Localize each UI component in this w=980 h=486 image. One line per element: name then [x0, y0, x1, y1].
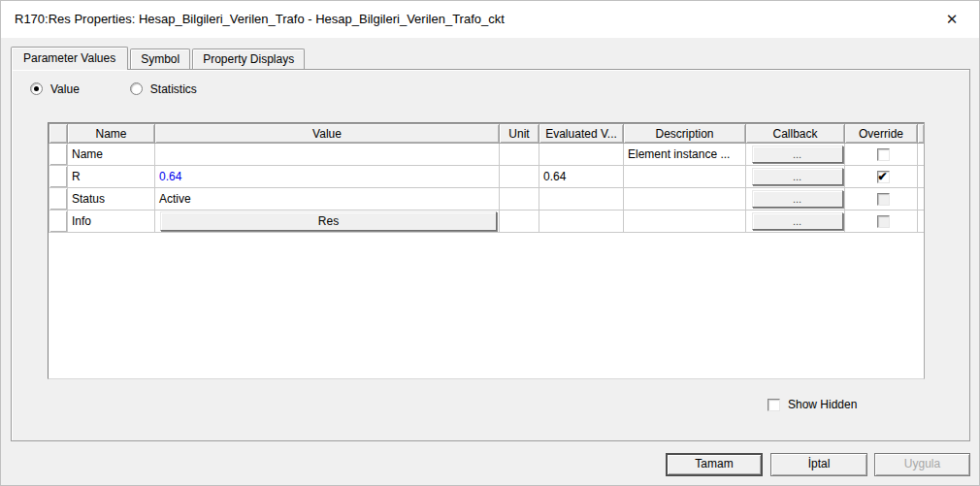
table-row-status: Status Active ...: [49, 188, 925, 211]
value-cell[interactable]: [155, 144, 500, 166]
tamam-ok-button[interactable]: Tamam: [666, 453, 763, 476]
show-hidden-label: Show Hidden: [788, 398, 857, 411]
name-cell[interactable]: Name: [68, 144, 155, 166]
value-cell[interactable]: 0.64: [155, 166, 500, 188]
filler-cell: [918, 188, 925, 211]
callback-cell: ...: [746, 211, 845, 233]
parameter-table: Name Value Unit Evaluated V... Descripti…: [49, 123, 925, 233]
iptal-cancel-button[interactable]: İptal: [770, 453, 867, 476]
description-cell: [624, 211, 746, 233]
radio-statistics[interactable]: Statistics: [130, 81, 197, 96]
tab-parameter-values[interactable]: Parameter Values: [11, 47, 128, 70]
table-row-info: Info Res ...: [49, 211, 925, 233]
evaluated-cell: [539, 144, 624, 166]
name-cell[interactable]: Info: [68, 211, 155, 233]
name-cell[interactable]: Status: [68, 188, 155, 211]
table-row-r: R 0.64 0.64 ...: [49, 166, 925, 188]
radio-label: Value: [50, 81, 80, 96]
callback-button[interactable]: ...: [752, 146, 843, 163]
col-header-callback[interactable]: Callback: [746, 124, 845, 144]
col-header-override[interactable]: Override: [845, 124, 918, 144]
titlebar: R170:Res Properties: Hesap_Bilgileri_Ver…: [1, 1, 979, 38]
evaluated-cell: 0.64: [539, 166, 624, 188]
filler-header-cell: [918, 124, 925, 144]
evaluated-cell: [539, 188, 624, 211]
uygula-apply-button: Uygula: [874, 453, 970, 476]
value-cell: Res: [155, 211, 500, 233]
callback-button[interactable]: ...: [752, 168, 843, 185]
override-checkbox[interactable]: [877, 148, 890, 161]
callback-cell: ...: [746, 144, 845, 166]
unit-cell: [500, 166, 539, 188]
tab-symbol[interactable]: Symbol: [130, 49, 190, 69]
res-info-button[interactable]: Res: [160, 211, 497, 231]
tab-label: Property Displays: [203, 52, 294, 66]
override-cell: [845, 144, 918, 166]
filler-cell: [918, 144, 925, 166]
name-cell[interactable]: R: [68, 166, 155, 188]
table-header-row: Name Value Unit Evaluated V... Descripti…: [49, 124, 925, 144]
show-hidden-checkbox[interactable]: [768, 399, 780, 411]
parameter-values-panel: Value Statistics Name Value Unit: [11, 69, 970, 441]
description-cell: [624, 188, 746, 211]
radio-icon: [130, 82, 143, 95]
filler-cell: [918, 166, 925, 188]
override-checkbox: [877, 215, 890, 228]
override-cell: [845, 188, 918, 211]
tab-strip: Parameter Values Symbol Property Display…: [11, 47, 307, 70]
row-selector[interactable]: [49, 211, 68, 233]
col-header-description[interactable]: Description: [624, 124, 746, 144]
override-checkbox: [877, 193, 890, 206]
col-header-value[interactable]: Value: [155, 124, 500, 144]
table-row-name: Name Element instance ... ...: [49, 144, 925, 166]
tab-property-displays[interactable]: Property Displays: [192, 49, 305, 69]
callback-cell: ...: [746, 166, 845, 188]
radio-value[interactable]: Value: [30, 81, 80, 96]
unit-cell: [500, 144, 539, 166]
col-header-name[interactable]: Name: [68, 124, 155, 144]
row-selector[interactable]: [49, 188, 68, 211]
properties-dialog: R170:Res Properties: Hesap_Bilgileri_Ver…: [0, 0, 980, 486]
description-cell: Element instance ...: [624, 144, 746, 166]
description-cell: [624, 166, 746, 188]
unit-cell: [500, 188, 539, 211]
show-hidden-option[interactable]: Show Hidden: [768, 398, 857, 411]
tab-label: Symbol: [141, 52, 180, 66]
override-cell: [845, 166, 918, 188]
override-cell: [845, 211, 918, 233]
dialog-title: R170:Res Properties: Hesap_Bilgileri_Ver…: [15, 1, 505, 38]
tab-label: Parameter Values: [23, 51, 115, 65]
callback-button[interactable]: ...: [752, 212, 843, 230]
row-selector[interactable]: [49, 144, 68, 166]
unit-cell: [500, 211, 539, 233]
callback-cell: ...: [746, 188, 845, 211]
col-header-unit[interactable]: Unit: [500, 124, 539, 144]
value-cell[interactable]: Active: [155, 188, 500, 211]
evaluated-cell: [539, 211, 624, 233]
close-icon: ✕: [946, 11, 959, 28]
close-button[interactable]: ✕: [931, 1, 973, 38]
parameter-table-container: Name Value Unit Evaluated V... Descripti…: [48, 122, 925, 379]
corner-header-cell: [49, 124, 68, 144]
value-mode-group: Value Statistics: [30, 81, 224, 96]
radio-label: Statistics: [150, 81, 197, 96]
col-header-evaluated[interactable]: Evaluated V...: [539, 124, 624, 144]
row-selector[interactable]: [49, 166, 68, 188]
radio-icon: [30, 82, 43, 95]
override-checkbox[interactable]: [877, 171, 890, 183]
filler-cell: [918, 211, 925, 233]
callback-button[interactable]: ...: [752, 190, 843, 208]
